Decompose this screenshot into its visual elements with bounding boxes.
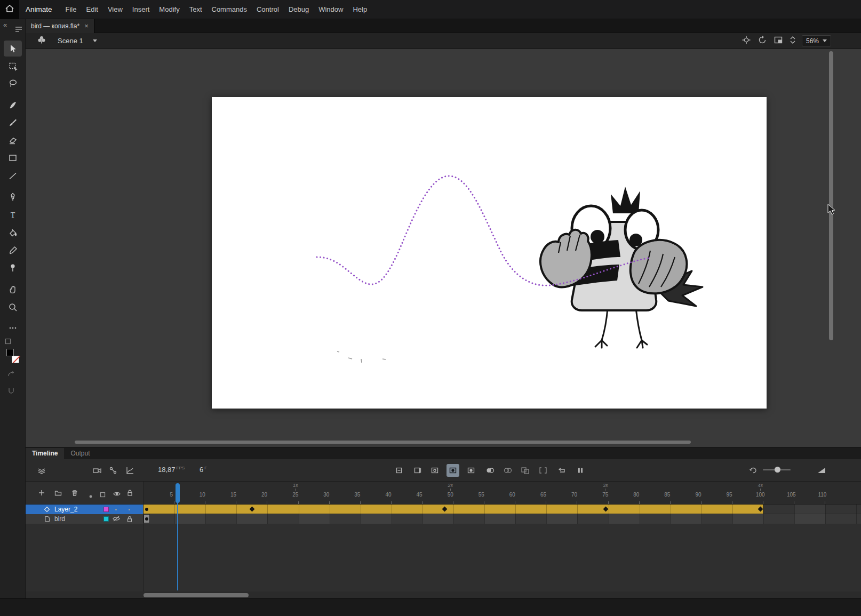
text-tool[interactable]: T bbox=[4, 207, 22, 223]
frame-grid-line bbox=[422, 505, 423, 524]
lock-column-icon[interactable] bbox=[126, 489, 133, 499]
canvas-hscrollbar[interactable] bbox=[75, 441, 691, 444]
edit-scene-icon[interactable] bbox=[36, 35, 47, 47]
lasso-tool[interactable] bbox=[4, 76, 22, 92]
toolbar-options-icon[interactable] bbox=[5, 338, 11, 346]
current-frame-indicator[interactable]: 6F bbox=[200, 466, 207, 474]
color-swatches[interactable] bbox=[6, 349, 21, 365]
document-tab[interactable]: bird — копия.fla* × bbox=[26, 19, 94, 33]
frame-grid-line bbox=[330, 505, 330, 524]
fps-indicator[interactable]: 18,87FPS bbox=[158, 466, 185, 474]
frames-area[interactable]: 5101520253035404550556065707580859095100… bbox=[144, 482, 861, 591]
menu-commands[interactable]: Commands bbox=[207, 0, 252, 19]
keyframe-dot[interactable] bbox=[145, 517, 148, 521]
svg-text:T: T bbox=[11, 211, 15, 219]
chevron-down-icon[interactable] bbox=[93, 39, 97, 42]
paint-bucket-tool[interactable] bbox=[4, 225, 22, 241]
layer-stack-icon[interactable] bbox=[35, 464, 48, 477]
insert-keyframe-icon[interactable] bbox=[465, 464, 477, 477]
onion-skin-outlines-icon[interactable] bbox=[501, 464, 514, 477]
timeline-zoom-knob[interactable] bbox=[775, 467, 780, 473]
fluid-brush-tool[interactable] bbox=[4, 97, 22, 113]
timeline-hscrollbar[interactable] bbox=[144, 593, 249, 597]
delete-layer-icon[interactable] bbox=[70, 489, 79, 499]
tab-timeline[interactable]: Timeline bbox=[26, 448, 64, 459]
highlight-layer-icon[interactable] bbox=[89, 491, 93, 501]
home-button[interactable] bbox=[0, 0, 19, 19]
outline-view-icon[interactable] bbox=[100, 490, 106, 500]
lock-dot[interactable] bbox=[129, 509, 130, 510]
swap-colors-icon[interactable] bbox=[7, 371, 15, 379]
menu-edit[interactable]: Edit bbox=[81, 0, 102, 19]
reset-timeline-zoom-icon[interactable] bbox=[747, 464, 760, 477]
lock-icon[interactable] bbox=[126, 516, 133, 524]
close-icon[interactable]: × bbox=[84, 23, 89, 29]
zoom-select[interactable]: 56% bbox=[802, 35, 831, 46]
center-stage-icon[interactable] bbox=[741, 35, 752, 47]
classic-brush-tool[interactable] bbox=[4, 115, 22, 131]
add-layer-icon[interactable] bbox=[37, 489, 46, 499]
rectangle-tool[interactable] bbox=[4, 150, 22, 166]
menu-file[interactable]: File bbox=[61, 0, 82, 19]
selection-tool[interactable] bbox=[4, 41, 22, 57]
playhead-handle[interactable] bbox=[176, 483, 180, 503]
timeline-ruler[interactable]: 5101520253035404550556065707580859095100… bbox=[144, 482, 861, 505]
edit-multiple-frames-icon[interactable] bbox=[519, 464, 532, 477]
line-tool[interactable] bbox=[4, 168, 22, 184]
camera-icon[interactable] bbox=[91, 464, 103, 477]
layer-parenting-icon[interactable] bbox=[107, 464, 119, 477]
menu-view[interactable]: View bbox=[103, 0, 127, 19]
asset-warp-pin-tool[interactable] bbox=[4, 260, 22, 276]
menu-window[interactable]: Window bbox=[314, 0, 348, 19]
resize-timeline-view-icon[interactable] bbox=[815, 464, 828, 477]
insert-frame-icon[interactable] bbox=[411, 464, 424, 477]
zoom-tool[interactable] bbox=[4, 299, 22, 315]
track-layer2[interactable] bbox=[144, 505, 861, 514]
canvas-pasteboard[interactable] bbox=[26, 49, 861, 447]
menu-control[interactable]: Control bbox=[252, 0, 284, 19]
zoom-stepper-icon[interactable] bbox=[789, 35, 796, 47]
eyedropper-tool[interactable] bbox=[4, 243, 22, 259]
remove-frames-icon[interactable] bbox=[393, 464, 406, 477]
menu-debug[interactable]: Debug bbox=[284, 0, 314, 19]
bird-artwork bbox=[540, 187, 703, 348]
collapse-panel-icon[interactable]: « bbox=[3, 21, 7, 29]
menu-insert[interactable]: Insert bbox=[127, 0, 155, 19]
rotate-view-icon[interactable] bbox=[757, 35, 768, 47]
canvas-vscrollbar[interactable] bbox=[829, 51, 833, 340]
more-tools-button[interactable] bbox=[4, 320, 22, 336]
snapping-icon[interactable] bbox=[7, 387, 15, 396]
menu-text[interactable]: Text bbox=[185, 0, 207, 19]
hand-tool[interactable] bbox=[4, 282, 22, 298]
ruler-tick-mark bbox=[298, 501, 299, 504]
fill-color-swatch[interactable] bbox=[6, 349, 14, 356]
visibility-dot[interactable] bbox=[115, 509, 117, 510]
layer-row-bird[interactable]: bird bbox=[26, 514, 143, 524]
clip-content-icon[interactable] bbox=[773, 35, 784, 47]
free-transform-tool[interactable] bbox=[4, 58, 22, 74]
hidden-eye-icon[interactable] bbox=[112, 515, 121, 524]
visibility-column-icon[interactable] bbox=[113, 490, 121, 499]
pause-icon[interactable] bbox=[574, 464, 587, 477]
layer-color-swatch[interactable] bbox=[103, 516, 109, 522]
onion-skin-icon[interactable] bbox=[484, 464, 497, 477]
scene-name[interactable]: Scene 1 bbox=[58, 37, 83, 45]
menu-modify[interactable]: Modify bbox=[154, 0, 184, 19]
panel-menu-icon[interactable] bbox=[15, 26, 22, 34]
tab-output[interactable]: Output bbox=[64, 448, 96, 459]
loop-icon[interactable] bbox=[555, 464, 568, 477]
keyframe-dot[interactable] bbox=[145, 508, 148, 511]
insert-blank-keyframe-icon[interactable] bbox=[428, 464, 441, 477]
stroke-color-swatch[interactable] bbox=[12, 356, 19, 363]
add-folder-icon[interactable] bbox=[54, 489, 62, 499]
stage[interactable] bbox=[212, 97, 767, 409]
menu-help[interactable]: Help bbox=[348, 0, 372, 19]
modify-markers-icon[interactable] bbox=[537, 464, 549, 477]
layer-row-layer2[interactable]: Layer_2 bbox=[26, 505, 143, 514]
pen-tool[interactable] bbox=[4, 189, 22, 205]
eraser-tool[interactable] bbox=[4, 132, 22, 148]
layer-color-swatch[interactable] bbox=[103, 507, 109, 512]
ruler-tick-mark bbox=[329, 501, 330, 504]
auto-keyframe-icon[interactable] bbox=[447, 464, 459, 477]
graph-editor-icon[interactable] bbox=[124, 464, 137, 477]
